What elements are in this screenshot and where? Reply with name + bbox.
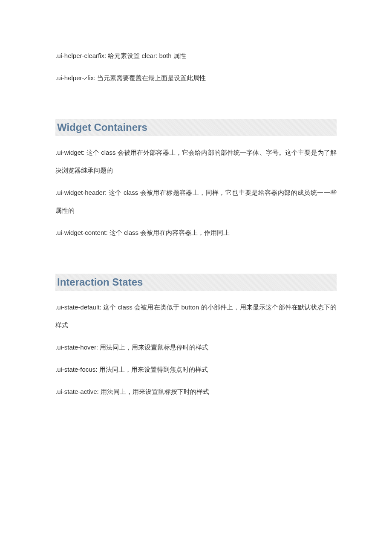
section2-paragraph-4: .ui-state-active: 用法同上，用来设置鼠标按下时的样式: [55, 383, 337, 401]
intro-paragraph-2: .ui-helper-zfix: 当元素需要覆盖在最上面是设置此属性: [55, 69, 337, 87]
section2-paragraph-1: .ui-state-default: 这个 class 会被用在类似于 butt…: [55, 298, 337, 334]
section2-paragraph-3: .ui-state-focus: 用法同上，用来设置得到焦点时的样式: [55, 361, 337, 379]
section1-paragraph-1: .ui-widget: 这个 class 会被用在外部容器上，它会给内部的部件统…: [55, 144, 337, 179]
section-heading-interaction-states: Interaction States: [55, 274, 337, 291]
intro-paragraph-1: .ui-helper-clearfix: 给元素设置 clear: both 属…: [55, 47, 337, 65]
section1-paragraph-3: .ui-widget-content: 这个 class 会被用在内容容器上，作…: [55, 224, 337, 242]
section1-paragraph-2: .ui-widget-header: 这个 class 会被用在标题容器上，同样…: [55, 184, 337, 220]
section-heading-widget-containers: Widget Containers: [55, 119, 337, 136]
section2-paragraph-2: .ui-state-hover: 用法同上，用来设置鼠标悬停时的样式: [55, 338, 337, 356]
